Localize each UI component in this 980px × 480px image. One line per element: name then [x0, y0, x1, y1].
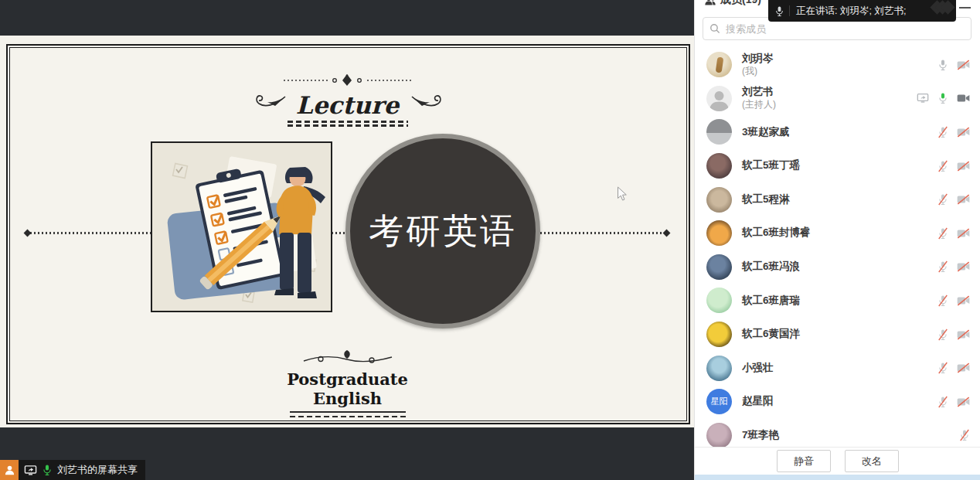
slide-subtitle: Postgraduate English	[280, 369, 415, 408]
camera-muted-icon[interactable]	[957, 161, 970, 172]
mic-muted-icon[interactable]	[937, 227, 948, 240]
search-icon	[709, 23, 720, 34]
mic-muted-icon[interactable]	[937, 294, 948, 307]
footer-ornament	[298, 349, 398, 366]
avatar	[706, 288, 732, 313]
member-name: 软工6班冯浪	[742, 260, 937, 274]
rename-button[interactable]: 改名	[845, 450, 899, 472]
member-row[interactable]: 软工6黄国洋	[695, 318, 980, 352]
mic-muted-icon[interactable]	[937, 396, 948, 408]
avatar: 星阳	[706, 389, 732, 414]
screen-share-icon	[917, 93, 929, 104]
mic-muted-icon[interactable]	[937, 126, 948, 138]
member-name: 软工6班唐瑞	[742, 294, 937, 308]
mic-green-icon[interactable]	[937, 92, 948, 104]
camera-muted-icon[interactable]	[957, 397, 970, 407]
mic-muted-icon[interactable]	[937, 362, 948, 374]
mic-muted-icon[interactable]	[937, 260, 948, 273]
screen-share-banner[interactable]: 刘艺书的屏幕共享	[0, 460, 145, 480]
member-row[interactable]: 刘玥岑 (我)	[695, 48, 980, 82]
avatar	[706, 86, 732, 111]
flourish-left-icon	[254, 92, 286, 112]
camera-muted-icon[interactable]	[957, 295, 970, 306]
member-sublabel: (主持人)	[742, 99, 917, 111]
member-name: 赵星阳	[742, 395, 937, 408]
camera-muted-icon[interactable]	[957, 60, 970, 70]
member-row[interactable]: 小强壮	[695, 351, 980, 385]
tooltip-divider	[789, 5, 790, 16]
avatar	[706, 119, 732, 145]
camera-muted-icon[interactable]	[957, 228, 970, 239]
members-panel: 成员(19) 正在讲话: 刘玥岑; 刘艺书; 刘玥岑	[694, 0, 980, 480]
member-row[interactable]: 软工6班唐瑞	[695, 284, 980, 318]
member-name: 刘艺书	[742, 86, 917, 99]
flourish-right-icon	[411, 92, 444, 112]
speaking-indicator-tooltip: 正在讲话: 刘玥岑; 刘艺书;	[768, 0, 956, 22]
slide-subtitle-underline	[290, 411, 406, 417]
mic-muted-icon[interactable]	[937, 329, 948, 341]
slide-title-underline	[288, 121, 408, 123]
checklist-illustration-graphic	[152, 143, 331, 311]
divider-diamond-right	[663, 230, 671, 237]
search-input[interactable]	[726, 23, 965, 35]
camera-on-icon[interactable]	[957, 93, 970, 104]
speaking-mic-icon	[774, 5, 784, 17]
presentation-slide: Lecture	[6, 44, 690, 424]
members-panel-title: 成员(19)	[704, 0, 761, 7]
screen-share-icon	[24, 465, 37, 476]
meeting-app-window: Lecture	[0, 0, 980, 480]
member-row[interactable]: 软工6班封博睿	[695, 216, 980, 250]
member-row[interactable]: 7班李艳	[695, 419, 980, 447]
slide-footer: Postgraduate English	[280, 349, 415, 417]
header-ornament	[280, 73, 415, 87]
camera-muted-icon[interactable]	[957, 194, 970, 205]
slide-title: Lecture	[280, 91, 415, 119]
members-icon[interactable]	[0, 460, 19, 480]
mic-muted-icon[interactable]	[959, 429, 970, 441]
camera-muted-icon[interactable]	[957, 363, 970, 373]
member-name: 刘玥岑	[742, 53, 937, 66]
member-row[interactable]: 软工6班冯浪	[695, 250, 980, 284]
member-row[interactable]: 软工5程淋	[695, 182, 980, 216]
member-name: 7班李艳	[742, 429, 959, 442]
panel-bottom-accent	[695, 475, 980, 480]
member-name: 软工6班封博睿	[742, 226, 937, 240]
avatar	[706, 187, 732, 213]
avatar-initials: 星阳	[711, 396, 728, 407]
camera-muted-icon[interactable]	[957, 127, 970, 138]
mic-gray-icon[interactable]	[937, 59, 948, 71]
camera-muted-icon[interactable]	[957, 261, 970, 272]
member-row[interactable]: 3班赵家威	[695, 115, 980, 149]
active-mic-icon	[42, 464, 53, 476]
divider-diamond-left	[24, 230, 32, 237]
avatar	[706, 322, 732, 347]
member-row[interactable]: 软工5班丁瑶	[695, 149, 980, 183]
member-sublabel: (我)	[742, 66, 937, 77]
checklist-illustration	[151, 141, 332, 312]
panel-footer: 静音 改名	[695, 447, 980, 475]
member-name: 小强壮	[742, 362, 937, 375]
speaking-text: 正在讲话: 刘玥岑; 刘艺书;	[796, 5, 906, 18]
avatar	[706, 356, 732, 381]
shared-screen-top-bar	[0, 0, 694, 36]
mic-muted-icon[interactable]	[937, 160, 948, 172]
share-status-badge: 刘艺书的屏幕共享	[19, 460, 145, 480]
slide-title-underline-2	[288, 124, 408, 127]
mouse-cursor	[617, 186, 628, 202]
shared-screen-area: Lecture	[0, 0, 694, 480]
mic-muted-icon[interactable]	[937, 193, 948, 206]
member-name: 软工5程淋	[742, 193, 937, 206]
camera-muted-icon[interactable]	[957, 329, 970, 340]
member-name: 软工5班丁瑶	[742, 159, 937, 172]
tooltip-logo-decoration	[937, 2, 953, 15]
member-name: 软工6黄国洋	[742, 328, 937, 341]
avatar	[706, 52, 732, 77]
mute-button[interactable]: 静音	[777, 450, 831, 472]
member-row[interactable]: 星阳 赵星阳	[695, 385, 980, 419]
avatar	[706, 423, 732, 447]
member-row[interactable]: 刘艺书 (主持人)	[695, 82, 980, 116]
member-list[interactable]: 刘玥岑 (我) 刘艺书 (主持人) 3班赵家威 软工5班丁瑶	[695, 48, 980, 447]
minimize-icon[interactable]	[959, 7, 971, 9]
members-count-icon	[704, 0, 716, 6]
share-banner-text: 刘艺书的屏幕共享	[57, 463, 138, 477]
